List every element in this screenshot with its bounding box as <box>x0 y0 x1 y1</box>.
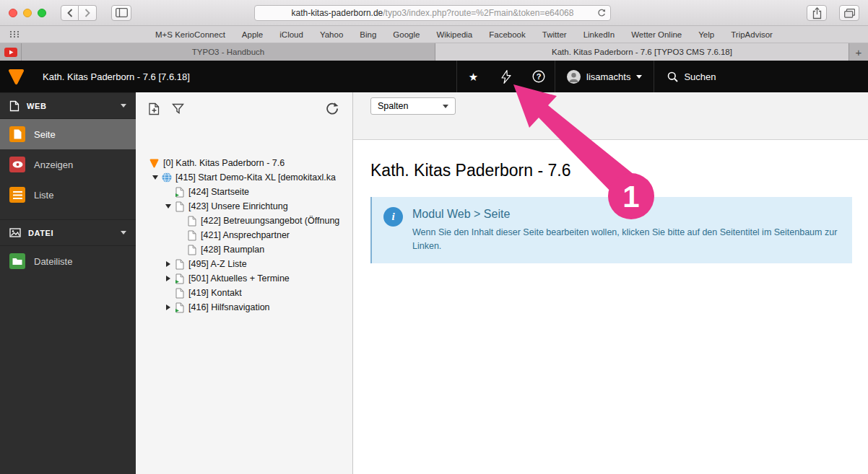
pinned-tab-youtube[interactable] <box>0 43 22 61</box>
bookmark-item[interactable]: LinkedIn <box>583 30 615 39</box>
module-group-datei[interactable]: DATEI <box>0 219 136 246</box>
pagetree-node-label: [422] Betreuungsangebot (Öffnung <box>201 216 339 226</box>
typo3-topbar: Kath. Kitas Paderborn - 7.6 [7.6.18] ★ ?… <box>0 61 868 92</box>
reload-button[interactable] <box>597 9 606 17</box>
page-title: Kath. Kitas Paderborn - 7.6 <box>370 161 852 180</box>
tabs-overview-button[interactable] <box>839 5 859 21</box>
new-page-icon <box>148 102 160 115</box>
page-icon <box>186 230 198 241</box>
favorites-grid-icon[interactable] <box>9 30 19 38</box>
pagetree-node-label: [424] Startseite <box>188 187 249 197</box>
search-icon <box>667 71 678 82</box>
refresh-button[interactable] <box>324 101 339 117</box>
bookmark-item[interactable]: Yelp <box>698 30 714 39</box>
search-button[interactable]: Suchen <box>654 61 729 92</box>
typo3-logo-icon[interactable] <box>8 69 25 85</box>
pagetree-node[interactable]: [415] Start Demo-Kita XL [demokitaxl.ka <box>136 170 352 185</box>
tab-typo3-handbuch[interactable]: TYPO3 - Handbuch <box>22 43 435 61</box>
module-group-web[interactable]: WEB <box>0 92 136 119</box>
expand-toggle-icon[interactable] <box>163 271 173 286</box>
page-module-icon <box>9 126 25 142</box>
tabs-icon <box>844 9 855 18</box>
help-icon: ? <box>532 70 545 83</box>
svg-text:?: ? <box>536 72 541 81</box>
close-window-button[interactable] <box>9 9 17 17</box>
bookmark-item[interactable]: Facebook <box>489 30 526 39</box>
module-item-label: Liste <box>34 190 53 201</box>
address-bar[interactable]: kath-kitas-paderborn.de/typo3/index.php?… <box>254 5 611 21</box>
filter-button[interactable] <box>170 101 186 117</box>
tab-kath-kitas-paderborn[interactable]: Kath. Kitas Paderborn - 7.6 [TYPO3 CMS 7… <box>435 43 849 61</box>
new-tab-button[interactable]: + <box>849 43 868 61</box>
page-tree: [0] Kath. Kitas Paderborn - 7.6 [415] St… <box>136 156 352 315</box>
tab-bar: TYPO3 - Handbuch Kath. Kitas Paderborn -… <box>0 43 868 61</box>
chevron-down-icon <box>443 105 448 108</box>
zoom-window-button[interactable] <box>38 9 46 17</box>
typo3-logo-icon <box>148 159 160 168</box>
module-item-dateiliste[interactable]: Dateiliste <box>0 246 136 276</box>
pagetree-node[interactable]: [419] Kontakt <box>136 286 352 300</box>
sidebar-icon <box>116 8 128 17</box>
bookmark-item[interactable]: TripAdvisor <box>731 30 773 39</box>
bookmark-item[interactable]: Apple <box>242 30 263 39</box>
site-title: Kath. Kitas Paderborn - 7.6 [7.6.18] <box>43 71 190 82</box>
share-button[interactable] <box>807 5 827 21</box>
bookmark-star-button[interactable]: ★ <box>457 61 490 92</box>
username-label: lisamachts <box>586 71 630 82</box>
new-page-button[interactable] <box>146 101 162 117</box>
pagetree-node[interactable]: [0] Kath. Kitas Paderborn - 7.6 <box>136 156 352 170</box>
bookmark-item[interactable]: Yahoo <box>320 30 343 39</box>
document-icon <box>9 100 19 112</box>
page-icon <box>173 201 186 212</box>
page-shortcut-icon <box>173 302 186 313</box>
back-button[interactable] <box>61 5 79 21</box>
pagetree-node[interactable]: [501] Aktuelles + Termine <box>136 271 352 286</box>
view-module-icon <box>9 157 25 172</box>
expand-toggle-icon[interactable] <box>163 257 173 271</box>
lightning-bolt-icon <box>501 70 511 84</box>
bookmark-item[interactable]: Google <box>393 30 420 39</box>
minimize-window-button[interactable] <box>23 9 32 17</box>
pagetree-node[interactable]: [424] Startseite <box>136 185 352 199</box>
collapse-toggle-icon[interactable] <box>150 170 160 185</box>
bookmark-item[interactable]: Twitter <box>542 30 567 39</box>
expand-toggle-icon <box>175 228 186 242</box>
pagetree-node[interactable]: [421] Ansprechpartner <box>136 228 352 242</box>
pagetree-node[interactable]: [423] Unsere Einrichtung <box>136 199 352 214</box>
bookmark-item[interactable]: Bing <box>360 30 376 39</box>
bookmark-item[interactable]: iCloud <box>279 30 303 39</box>
pagetree-node[interactable]: [422] Betreuungsangebot (Öffnung <box>136 214 352 228</box>
page-tree-toolbar <box>136 92 352 118</box>
page-tree-panel: [0] Kath. Kitas Paderborn - 7.6 [415] St… <box>136 92 353 474</box>
info-callout: Modul Web > Seite Wenn Sie den Inhalt di… <box>370 197 852 263</box>
expand-toggle-icon <box>138 156 148 170</box>
funnel-icon <box>172 102 184 115</box>
pagetree-node-label: [419] Kontakt <box>188 288 242 298</box>
module-item-liste[interactable]: Liste <box>0 180 136 210</box>
bookmark-item[interactable]: M+S KerioConnect <box>155 30 225 39</box>
bookmark-item[interactable]: Wetter Online <box>631 30 682 39</box>
clear-cache-button[interactable] <box>490 61 522 92</box>
page-icon <box>173 288 186 299</box>
pagetree-node-label: [428] Raumplan <box>201 245 264 255</box>
doc-header: Spalten <box>353 92 868 140</box>
avatar-icon <box>567 70 581 84</box>
pagetree-node[interactable]: [428] Raumplan <box>136 242 352 257</box>
module-item-label: Anzeigen <box>34 159 73 170</box>
module-item-seite[interactable]: Seite <box>0 119 136 149</box>
reload-icon <box>597 9 606 17</box>
sidebar-toggle-button[interactable] <box>111 5 131 21</box>
favorites-bar: M+S KerioConnect Apple iCloud Yahoo Bing… <box>0 26 868 43</box>
module-item-label: Seite <box>34 129 56 140</box>
columns-select[interactable]: Spalten <box>370 97 456 115</box>
page-icon <box>186 245 198 255</box>
expand-toggle-icon[interactable] <box>163 300 173 315</box>
pagetree-node[interactable]: [416] Hilfsnavigation <box>136 300 352 315</box>
module-item-anzeigen[interactable]: Anzeigen <box>0 149 136 180</box>
user-menu[interactable]: lisamachts <box>555 61 654 92</box>
help-button[interactable]: ? <box>522 61 555 92</box>
forward-button[interactable] <box>79 5 97 21</box>
pagetree-node[interactable]: [495] A-Z Liste <box>136 257 352 271</box>
bookmark-item[interactable]: Wikipedia <box>436 30 472 39</box>
collapse-toggle-icon[interactable] <box>163 199 173 214</box>
